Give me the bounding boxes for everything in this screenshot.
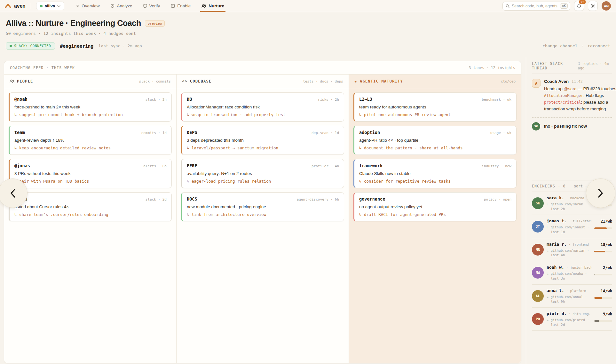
insight-card[interactable]: @jonas alerts · 6h 3 PRs without tests t… <box>9 159 172 188</box>
slack-status-bar: SLACK: CONNECTED #engineering last sync … <box>0 42 616 50</box>
insight-card[interactable]: governance policy · open no agent-output… <box>353 192 517 221</box>
engineer-row[interactable]: NW noah w. · junior backend ↳ github.com… <box>532 261 612 284</box>
global-search[interactable]: ⌘K <box>502 2 570 11</box>
search-icon <box>506 4 509 8</box>
insight-card[interactable]: DB risks · 2h AllocationManager: race co… <box>181 92 344 122</box>
card-meta: dep-scan · 1d <box>312 131 339 135</box>
tab-verify[interactable]: Verify <box>143 0 160 12</box>
page-header: Alliva :: Nurture · Engineering Coach pr… <box>0 12 616 36</box>
lane-name: PEOPLE <box>17 79 33 83</box>
engineer-row[interactable]: PD piotr d. · data eng. ↳ github.com/pio… <box>532 308 612 331</box>
overview-icon <box>76 4 79 8</box>
workspace-selector[interactable]: alliva <box>36 2 65 10</box>
reply-text: thx · pushing fix now <box>544 124 587 129</box>
message-code-red: protect/critical <box>544 100 581 105</box>
card-title: DB <box>187 97 192 102</box>
card-meta: benchmark · wk <box>482 98 511 102</box>
insight-card[interactable]: DEPS dep-scan · 1d 3 deps deprecated thi… <box>181 126 344 155</box>
user-avatar[interactable]: AN <box>602 1 611 11</box>
enable-icon <box>171 4 175 8</box>
card-body: 3 deps deprecated this month <box>187 138 339 143</box>
card-action: ↳ eager-load pricing rules relation <box>187 179 339 184</box>
tab-label: Analyze <box>117 4 132 8</box>
lane-people: PEOPLE slack · commits @noah slack · 3h … <box>4 75 177 363</box>
feed-header: COACHING FEED · THIS WEEK 3 lanes · 12 i… <box>4 61 521 75</box>
card-meta: usage · wk <box>490 131 511 135</box>
lane-name: AGENTIC MATURITY <box>360 79 403 83</box>
engineer-activity-bar-fill <box>594 320 599 322</box>
reconnect-link[interactable]: reconnect <box>588 44 610 48</box>
coaching-feed-panel: COACHING FEED · THIS WEEK 3 lanes · 12 i… <box>4 61 521 363</box>
workspace-status-dot <box>40 5 43 7</box>
chevron-left-icon <box>9 188 17 199</box>
engineer-activity-bar <box>594 274 612 275</box>
engineer-activity-bar-fill <box>594 297 602 299</box>
code-icon: <> <box>182 79 187 83</box>
card-action: ↳ pilot one autonomous PR-review agent <box>359 112 511 117</box>
card-title: L2→L3 <box>359 97 372 102</box>
card-body: team ready for autonomous agents <box>359 105 511 109</box>
insight-card[interactable]: PERF profiler · 4h availability query: N… <box>181 159 344 188</box>
insight-card[interactable]: @sara slack · 2d asked about Cursor rule… <box>9 192 172 221</box>
engineer-role: · frontend <box>569 242 589 246</box>
brand[interactable]: aven <box>4 0 26 12</box>
card-title: @noah <box>14 97 28 102</box>
slack-channel: #engineering <box>60 44 94 49</box>
slack-thread: A Coach Aven 11:42 Heads up @sara — PR #… <box>532 79 612 180</box>
message-body: Heads up @sara — PR #228 touches Allocat… <box>544 86 616 113</box>
gear-icon <box>590 4 595 8</box>
thread-reply: SK thx · pushing fix now <box>532 122 612 131</box>
card-title: DEPS <box>187 130 197 135</box>
next-lane-button[interactable] <box>586 178 615 208</box>
card-meta: profiler · 4h <box>312 164 339 168</box>
lane-header: ★ AGENTIC MATURITY cto/ceo <box>349 75 521 88</box>
insight-card[interactable]: framework industry · new Claude Skills n… <box>353 159 517 188</box>
card-meta: commits · 1d <box>141 131 167 135</box>
engineer-avatar: AL <box>532 290 544 302</box>
tab-enable[interactable]: Enable <box>171 0 191 12</box>
insight-card[interactable]: team commits · 1d agent-review depth ↑ 1… <box>9 126 172 155</box>
nav-divider <box>31 3 31 9</box>
card-title: governance <box>359 196 385 202</box>
lane-agentic-maturity: ★ AGENTIC MATURITY cto/ceo L2→L3 benchma… <box>349 75 521 363</box>
engineer-role: · platform <box>566 289 586 293</box>
insight-card[interactable]: adoption usage · wk agent-PR ratio 4× · … <box>353 126 517 155</box>
thread-divider <box>532 117 612 118</box>
notifications-button[interactable]: 9+ <box>574 1 584 11</box>
tab-nurture[interactable]: Nurture <box>201 0 224 12</box>
insight-card[interactable]: L2→L3 benchmark · wk team ready for auto… <box>353 92 517 122</box>
lane-codebase: <> CODEBASE tests · docs · deps DB risks… <box>177 75 349 363</box>
brand-name: aven <box>14 3 26 9</box>
users-icon <box>10 79 14 83</box>
insight-card[interactable]: DOCS agent-discovery · 6h new module doc… <box>181 192 344 221</box>
page-title: Alliva :: Nurture · Engineering Coach <box>6 19 141 28</box>
page-subtitle: 50 engineers · 12 insights this week · 4… <box>6 31 610 36</box>
insight-card[interactable]: @noah slack · 3h force-pushed to main 2×… <box>9 92 172 122</box>
engineers-list: SK sara k. · backend lead ↳ github.com/s… <box>532 192 612 331</box>
tab-overview[interactable]: Overview <box>76 0 99 12</box>
engineer-row[interactable]: AL anna l. · platform ↳ github.com/annal… <box>532 285 612 308</box>
message-mention: @sara <box>564 86 577 91</box>
search-input[interactable] <box>512 4 558 8</box>
top-nav: aven alliva Overview Analyze Verify Enab… <box>0 0 616 12</box>
engineer-activity-bar <box>594 227 612 229</box>
message-code-orange: AllocationManager <box>544 93 583 98</box>
engineer-sub: ↳ github.com/annal · last 6h <box>547 295 591 304</box>
tab-analyze[interactable]: Analyze <box>110 0 132 12</box>
engineer-row[interactable]: MR maria r. · frontend ↳ github.com/mari… <box>532 238 612 261</box>
status-dot <box>10 45 12 47</box>
engineer-name: noah w. <box>547 265 564 270</box>
engineer-activity-bar-fill <box>594 251 605 252</box>
lane-meta: tests · docs · deps <box>303 79 343 83</box>
card-body: agent-review depth ↑ 18% <box>14 138 167 143</box>
card-action: ↳ keep encouraging detailed review notes <box>14 146 167 150</box>
settings-button[interactable] <box>588 1 598 11</box>
thread-header-meta: 3 replies · 4m ago <box>578 61 612 70</box>
star-icon: ★ <box>354 79 357 84</box>
engineer-row[interactable]: JT jonas t. · full-stack ↳ github.com/jo… <box>532 215 612 238</box>
card-meta: slack · 2d <box>146 197 167 202</box>
change-channel-link[interactable]: change channel <box>542 44 578 48</box>
card-action: ↳ draft RACI for agent-generated PRs <box>359 212 511 217</box>
engineer-avatar: PD <box>532 313 544 325</box>
notifications-count-badge: 9+ <box>579 0 586 5</box>
